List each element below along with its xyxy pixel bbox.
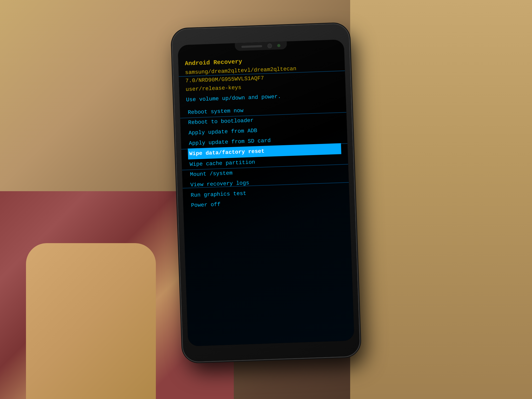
front-sensor — [277, 44, 280, 47]
front-camera — [267, 43, 272, 48]
phone-screen: Android Recovery samsung/dream2qltevl/dr… — [178, 39, 354, 347]
phone-notch — [235, 41, 287, 51]
recovery-header: Android Recovery samsung/dream2qltevl/dr… — [185, 54, 339, 94]
recovery-screen: Android Recovery samsung/dream2qltevl/dr… — [178, 49, 354, 347]
power-button[interactable] — [173, 113, 175, 131]
speaker-grille — [241, 45, 262, 48]
background-jeans — [402, 217, 532, 399]
recovery-menu: Reboot system nowReboot to bootloaderApp… — [186, 102, 343, 211]
background-hand — [26, 243, 156, 399]
phone-frame: Android Recovery samsung/dream2qltevl/dr… — [172, 24, 360, 362]
background-scene: Android Recovery samsung/dream2qltevl/dr… — [0, 0, 532, 399]
